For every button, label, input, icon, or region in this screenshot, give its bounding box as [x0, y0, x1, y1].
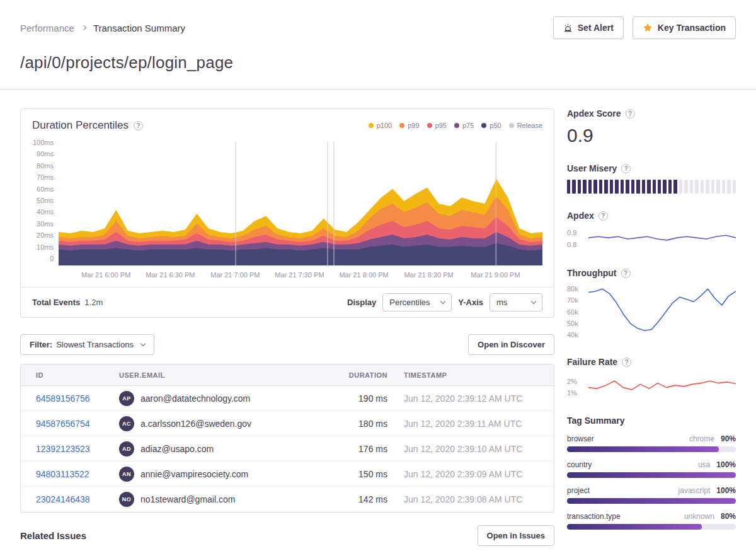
help-icon[interactable]: ?	[626, 109, 635, 119]
legend-item[interactable]: p50	[481, 122, 501, 129]
legend-item[interactable]: p99	[399, 122, 419, 129]
misery-segment	[636, 180, 639, 194]
transaction-id-link[interactable]: 94803113522	[36, 469, 89, 479]
apdex-score-value: 0.9	[567, 125, 736, 146]
failure-rate-y-labels: 2%1%	[567, 378, 577, 397]
display-label: Display	[347, 298, 376, 307]
timestamp-cell: Jun 12, 2020 2:39:12 AM UTC	[387, 393, 539, 404]
chevron-down-icon	[531, 299, 536, 304]
apdex-chart[interactable]: 0.90.8	[567, 227, 736, 251]
duration-percentiles-card: Duration Percentiles ? p100p99p95p75p50R…	[20, 108, 554, 318]
misery-segment	[647, 180, 650, 194]
chevron-down-icon	[440, 299, 445, 304]
yaxis-label: Y-Axis	[458, 298, 483, 307]
transaction-id-link[interactable]: 23024146438	[36, 494, 90, 504]
breadcrumb-performance-link[interactable]: Performance	[20, 23, 74, 33]
help-icon[interactable]: ?	[134, 121, 143, 131]
duration-cell: 150 ms	[318, 469, 387, 479]
transaction-summary-page: Performance Transaction Summary Set Aler…	[0, 0, 756, 547]
legend-dot	[399, 123, 404, 128]
tag-bar-fill	[567, 472, 736, 478]
failure-rate-chart[interactable]: 2%1%	[567, 373, 736, 398]
tag-row: transaction.typeunknown80%	[567, 512, 736, 530]
misery-segment	[610, 180, 613, 194]
tag-name[interactable]: transaction.type	[567, 512, 621, 521]
misery-segment	[716, 180, 719, 194]
x-axis-tick: Mar 21 8:30 PM	[404, 271, 453, 279]
misery-segment	[626, 180, 629, 194]
legend-dot	[509, 123, 514, 128]
x-axis-tick: Mar 21 6:30 PM	[146, 271, 195, 279]
total-events-value: 1.2m	[84, 298, 103, 307]
misery-segment	[679, 180, 682, 194]
breadcrumb: Performance Transaction Summary	[20, 23, 185, 33]
table-body: 64589156756APaaron@datatechnology.com190…	[21, 386, 554, 512]
star-icon	[643, 23, 653, 33]
transaction-id-link[interactable]: 64589156756	[36, 393, 90, 404]
misery-segment	[733, 180, 736, 194]
y-axis-tick: 2%	[567, 378, 577, 385]
y-axis-tick: 20ms	[27, 231, 54, 239]
tag-summary-list: browserchrome90%countryusa100%projectjav…	[567, 434, 736, 530]
tag-percentage: 100%	[716, 460, 736, 469]
filter-dropdown[interactable]: Filter: Slowest Transactions	[20, 334, 154, 355]
related-issues-section: Related Issues Open in Issues	[20, 525, 554, 546]
misery-segment	[684, 180, 687, 194]
help-icon[interactable]: ?	[598, 211, 608, 221]
table-row: 23024146438NOno1steward@gmail.com142 msJ…	[21, 487, 554, 512]
throughput-chart[interactable]: 80k70k60k50k40k	[567, 284, 736, 340]
duration-chart[interactable]	[59, 142, 542, 265]
set-alert-button[interactable]: Set Alert	[553, 16, 624, 39]
open-in-discover-button[interactable]: Open in Discover	[468, 334, 554, 355]
legend-item[interactable]: p100	[369, 122, 392, 129]
throughput-section: Throughput ? 80k70k60k50k40k	[567, 268, 736, 340]
avatar: NO	[119, 492, 134, 507]
key-transaction-button[interactable]: Key Transaction	[633, 16, 736, 39]
tag-bar	[567, 524, 736, 530]
x-axis-tick: Mar 21 9:00 PM	[471, 271, 520, 279]
tag-name[interactable]: project	[567, 486, 590, 495]
misery-segment	[695, 180, 698, 194]
table-row: 12392123523ADadiaz@usapo.com176 msJun 12…	[21, 436, 554, 462]
throughput-label: Throughput	[567, 268, 617, 278]
transaction-id-link[interactable]: 94587656754	[36, 419, 90, 429]
display-select[interactable]: Percentiles	[382, 293, 452, 311]
y-axis-tick: 60k	[567, 309, 578, 316]
open-in-issues-button[interactable]: Open in Issues	[478, 525, 554, 546]
tag-value: chrome	[689, 434, 714, 443]
misery-segment	[668, 180, 672, 194]
legend-item[interactable]: Release	[509, 122, 542, 129]
yaxis-select[interactable]: ms	[490, 293, 542, 311]
tag-name[interactable]: browser	[567, 434, 594, 443]
transactions-table: IDUSER.EMAILDURATIONTIMESTAMP 6458915675…	[20, 364, 554, 513]
tag-row: projectjavascript100%	[567, 486, 736, 504]
misery-segment	[604, 180, 607, 194]
y-axis-tick: 10ms	[27, 243, 54, 251]
failure-rate-section: Failure Rate ? 2%1%	[567, 357, 736, 398]
help-icon[interactable]: ?	[621, 269, 631, 278]
table-row: 94803113522ANannie@vampiresociety.com150…	[21, 462, 554, 487]
misery-segment	[673, 180, 677, 194]
header-actions: Set Alert Key Transaction	[553, 16, 736, 39]
legend-item[interactable]: p75	[454, 122, 474, 129]
tag-percentage: 100%	[716, 486, 736, 495]
y-axis-tick: 70ms	[27, 173, 54, 181]
y-axis-tick: 40ms	[27, 208, 54, 216]
tag-name[interactable]: country	[567, 460, 592, 469]
misery-segment	[583, 180, 586, 194]
y-axis-tick: 50k	[567, 320, 578, 327]
legend-dot	[427, 123, 432, 128]
column-header: DURATION	[318, 371, 387, 379]
help-icon[interactable]: ?	[622, 357, 631, 367]
chart-line	[588, 289, 736, 330]
tag-summary-title: Tag Summary	[567, 416, 736, 426]
chart-line	[588, 381, 736, 390]
avatar: AN	[119, 467, 134, 482]
x-axis-tick: Mar 21 7:30 PM	[275, 271, 324, 279]
legend-item[interactable]: p95	[427, 122, 447, 129]
user-email: annie@vampiresociety.com	[140, 469, 248, 479]
legend-dot	[369, 123, 374, 128]
help-icon[interactable]: ?	[621, 164, 631, 173]
transaction-id-link[interactable]: 12392123523	[36, 444, 90, 454]
apdex-score-section: Apdex Score ? 0.9	[567, 108, 736, 146]
